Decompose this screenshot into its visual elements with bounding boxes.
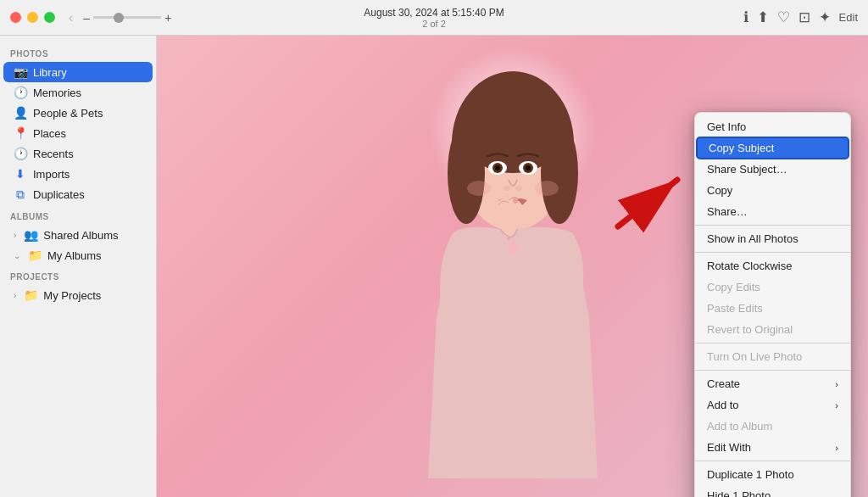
- zoom-out-button[interactable]: –: [83, 11, 90, 25]
- memories-icon: 🕐: [14, 86, 27, 99]
- svg-point-14: [467, 181, 491, 196]
- sidebar-item-my-albums[interactable]: ⌄ 📁 My Albums: [3, 245, 153, 265]
- menu-item-paste-edits: Paste Edits: [695, 298, 850, 319]
- sidebar-item-memories-label: Memories: [33, 87, 81, 99]
- svg-point-11: [526, 165, 531, 170]
- create-arrow-icon: ›: [835, 379, 838, 389]
- svg-point-5: [541, 122, 578, 224]
- menu-item-copy-subject[interactable]: Copy Subject: [697, 137, 849, 159]
- menu-item-add-to-album: Add to Album: [695, 416, 850, 437]
- sidebar-item-recents[interactable]: 🕐 Recents: [3, 143, 153, 164]
- edit-with-arrow-icon: ›: [835, 443, 838, 453]
- sidebar-item-people-pets[interactable]: 👤 People & Pets: [3, 103, 153, 123]
- maximize-button[interactable]: [44, 12, 55, 23]
- recents-icon: 🕐: [14, 147, 27, 160]
- titlebar: ‹ – + August 30, 2024 at 5:15:40 PM 2 of…: [0, 0, 868, 36]
- menu-item-turn-on-live-photo: Turn On Live Photo: [695, 346, 850, 367]
- sidebar-item-places[interactable]: 📍 Places: [3, 123, 153, 143]
- sidebar-item-shared-albums[interactable]: › 👥 Shared Albums: [3, 225, 153, 245]
- svg-point-12: [504, 186, 510, 191]
- svg-point-4: [448, 122, 485, 224]
- menu-item-share[interactable]: Share…: [695, 201, 850, 222]
- photo-date: August 30, 2024 at 5:15:40 PM: [364, 7, 504, 19]
- svg-point-10: [495, 165, 500, 170]
- menu-item-get-info[interactable]: Get Info: [695, 116, 850, 137]
- menu-item-share-subject[interactable]: Share Subject…: [695, 159, 850, 180]
- my-projects-chevron: ›: [14, 291, 16, 300]
- people-pets-icon: 👤: [14, 106, 27, 120]
- photo-subject: [352, 54, 674, 478]
- menu-divider-2: [695, 252, 850, 253]
- menu-item-copy[interactable]: Copy: [695, 180, 850, 201]
- sidebar-item-my-albums-label: My Albums: [47, 249, 102, 262]
- sidebar-item-places-label: Places: [33, 127, 66, 140]
- svg-point-18: [493, 198, 524, 225]
- menu-item-edit-with[interactable]: Edit With ›: [695, 437, 850, 458]
- my-albums-chevron: ⌄: [14, 251, 20, 260]
- sidebar-item-duplicates[interactable]: ⧉ Duplicates: [3, 184, 153, 205]
- imports-icon: ⬇: [14, 167, 27, 181]
- zoom-thumb: [114, 13, 124, 23]
- close-button[interactable]: [10, 12, 21, 23]
- add-to-arrow-icon: ›: [835, 400, 838, 410]
- menu-item-create[interactable]: Create ›: [695, 373, 850, 394]
- zoom-slider[interactable]: [93, 16, 161, 19]
- svg-point-13: [515, 186, 522, 191]
- sidebar-item-my-projects[interactable]: › 📁 My Projects: [3, 285, 153, 305]
- menu-divider-5: [695, 461, 850, 461]
- places-icon: 📍: [14, 126, 27, 140]
- window-controls: [10, 12, 55, 23]
- my-projects-icon: 📁: [24, 288, 37, 302]
- zoom-in-button[interactable]: +: [164, 11, 171, 25]
- nav-arrows: ‹: [65, 8, 76, 27]
- sidebar-item-people-pets-label: People & Pets: [33, 107, 103, 120]
- sidebar-item-imports[interactable]: ⬇ Imports: [3, 164, 153, 184]
- photos-section-label: Photos: [0, 42, 156, 62]
- sidebar-item-duplicates-label: Duplicates: [33, 188, 85, 201]
- svg-point-15: [535, 181, 559, 196]
- titlebar-center: August 30, 2024 at 5:15:40 PM 2 of 2: [364, 7, 504, 29]
- menu-item-copy-edits: Copy Edits: [695, 276, 850, 298]
- sidebar-item-library[interactable]: 📷 Library: [3, 62, 153, 82]
- menu-divider-4: [695, 370, 850, 371]
- titlebar-actions: ℹ ⬆ ♡ ⊡ ✦ Edit: [743, 8, 858, 26]
- minimize-button[interactable]: [27, 12, 38, 23]
- menu-item-revert-to-original: Revert to Original: [695, 319, 850, 340]
- sidebar-item-my-projects-label: My Projects: [43, 289, 101, 302]
- main-layout: Photos 📷 Library 🕐 Memories 👤 People & P…: [0, 36, 868, 497]
- person-svg: [377, 63, 648, 478]
- info-button[interactable]: ℹ: [743, 8, 748, 26]
- menu-divider-1: [695, 225, 850, 226]
- shared-albums-icon: 👥: [24, 228, 37, 242]
- svg-point-17: [508, 240, 518, 255]
- menu-divider-3: [695, 343, 850, 343]
- menu-item-add-to[interactable]: Add to ›: [695, 394, 850, 416]
- my-albums-icon: 📁: [28, 248, 42, 262]
- share-button[interactable]: ⬆: [757, 8, 769, 26]
- sidebar-item-imports-label: Imports: [33, 168, 70, 181]
- projects-section-label: Projects: [0, 265, 156, 285]
- favorite-button[interactable]: ♡: [777, 8, 790, 26]
- crop-button[interactable]: ⊡: [798, 8, 810, 26]
- edit-button[interactable]: Edit: [839, 11, 858, 24]
- sidebar-item-library-label: Library: [33, 66, 67, 79]
- sidebar-item-shared-albums-label: Shared Albums: [43, 229, 118, 242]
- menu-item-show-all-photos[interactable]: Show in All Photos: [695, 228, 850, 249]
- back-button[interactable]: ‹: [65, 8, 76, 27]
- context-menu: Get Info Copy Subject Share Subject… Cop…: [694, 112, 851, 497]
- svg-point-19: [513, 197, 518, 204]
- duplicates-icon: ⧉: [14, 187, 27, 202]
- sidebar-item-recents-label: Recents: [33, 148, 74, 160]
- menu-item-duplicate-photo[interactable]: Duplicate 1 Photo: [695, 464, 850, 485]
- sidebar: Photos 📷 Library 🕐 Memories 👤 People & P…: [0, 36, 157, 497]
- photo-count: 2 of 2: [364, 19, 504, 29]
- albums-section-label: Albums: [0, 205, 156, 225]
- sidebar-item-memories[interactable]: 🕐 Memories: [3, 82, 153, 103]
- photo-area: Get Info Copy Subject Share Subject… Cop…: [157, 36, 868, 497]
- library-icon: 📷: [14, 65, 27, 79]
- retouch-button[interactable]: ✦: [819, 8, 831, 26]
- menu-item-hide-photo[interactable]: Hide 1 Photo: [695, 485, 850, 497]
- menu-item-rotate-clockwise[interactable]: Rotate Clockwise: [695, 255, 850, 276]
- shared-albums-chevron: ›: [14, 231, 16, 240]
- zoom-control: – +: [83, 11, 171, 25]
